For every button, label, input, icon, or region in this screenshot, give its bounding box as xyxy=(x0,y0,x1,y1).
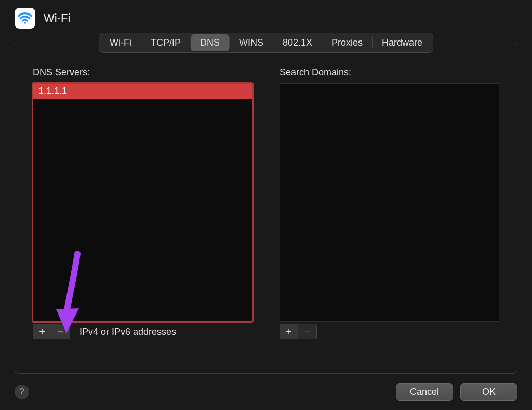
dns-list-footer: + − IPv4 or IPv6 addresses xyxy=(33,324,252,339)
content-area: DNS Servers: 1.1.1.1 + − IPv4 or IPv6 ad… xyxy=(15,42,517,350)
cancel-button[interactable]: Cancel xyxy=(396,383,453,401)
add-dns-button[interactable]: + xyxy=(33,324,51,339)
dns-servers-column: DNS Servers: 1.1.1.1 + − IPv4 or IPv6 ad… xyxy=(33,67,252,339)
add-domain-button[interactable]: + xyxy=(280,324,298,339)
domains-list-footer: + − xyxy=(280,324,499,339)
svg-point-0 xyxy=(24,22,26,24)
remove-dns-button[interactable]: − xyxy=(51,324,70,339)
plus-icon: + xyxy=(39,326,45,337)
search-domains-listbox[interactable] xyxy=(280,83,499,322)
minus-icon: − xyxy=(304,326,311,337)
titlebar: Wi-Fi xyxy=(0,0,532,31)
dns-stepper-group: + − xyxy=(33,324,70,339)
help-icon: ? xyxy=(19,387,24,397)
minus-icon: − xyxy=(58,326,64,337)
remove-domain-button[interactable]: − xyxy=(298,324,317,339)
dns-servers-label: DNS Servers: xyxy=(33,67,252,78)
tab-dns[interactable]: DNS xyxy=(191,34,229,51)
tabbar: Wi-Fi TCP/IP DNS WINS 802.1X Proxies Har… xyxy=(99,33,433,53)
page-title: Wi-Fi xyxy=(44,11,70,25)
tab-8021x[interactable]: 802.1X xyxy=(273,34,322,51)
tab-wifi[interactable]: Wi-Fi xyxy=(100,34,141,51)
tab-hardware[interactable]: Hardware xyxy=(373,34,432,51)
tab-tcpip[interactable]: TCP/IP xyxy=(141,34,190,51)
tab-wins[interactable]: WINS xyxy=(230,34,273,51)
bottombar: ? Cancel OK xyxy=(0,374,532,410)
wifi-icon xyxy=(15,8,35,29)
ok-button[interactable]: OK xyxy=(460,383,517,401)
dns-server-entry[interactable]: 1.1.1.1 xyxy=(33,84,252,99)
settings-panel: Wi-Fi TCP/IP DNS WINS 802.1X Proxies Har… xyxy=(15,42,517,374)
dns-servers-listbox[interactable]: 1.1.1.1 xyxy=(33,83,252,322)
search-domains-label: Search Domains: xyxy=(280,67,499,78)
help-button[interactable]: ? xyxy=(15,385,29,399)
tab-proxies[interactable]: Proxies xyxy=(322,34,372,51)
search-domains-column: Search Domains: + − xyxy=(280,67,499,339)
domains-stepper-group: + − xyxy=(280,324,317,339)
plus-icon: + xyxy=(286,326,292,337)
dns-hint-label: IPv4 or IPv6 addresses xyxy=(79,326,176,337)
